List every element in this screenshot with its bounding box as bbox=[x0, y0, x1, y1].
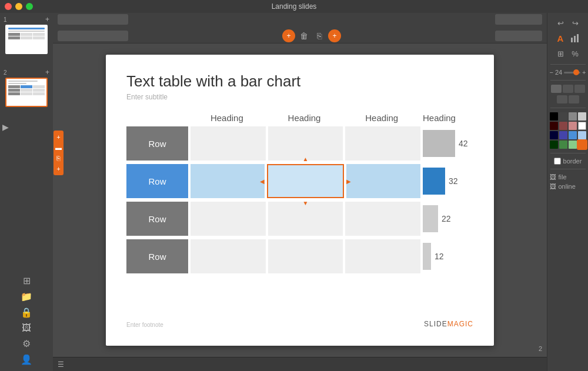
file-row: 🖼 file bbox=[550, 173, 586, 181]
add-slide-2-icon[interactable]: + bbox=[45, 68, 49, 76]
table-cell-3-1 bbox=[191, 202, 266, 236]
close-button[interactable] bbox=[5, 3, 12, 10]
color-swatch-paleblue[interactable] bbox=[578, 131, 586, 139]
table-cell-1-1 bbox=[191, 126, 266, 161]
bar-rect-2 bbox=[423, 168, 445, 195]
tool-row-1: A bbox=[554, 32, 582, 45]
color-swatch-red[interactable] bbox=[559, 122, 567, 130]
table-row-label-2[interactable]: Row bbox=[126, 164, 188, 198]
border-label: border bbox=[563, 158, 582, 165]
slide-brand: SLIDEMAGIC bbox=[424, 320, 473, 328]
table-col-header-2: Heading bbox=[266, 113, 343, 123]
font-size-slider-thumb bbox=[573, 69, 579, 75]
table-cell-2-1 bbox=[191, 164, 265, 198]
align-top-button[interactable] bbox=[557, 95, 567, 103]
text-tool-button[interactable]: A bbox=[554, 32, 567, 45]
toolbar-duplicate-button[interactable]: ⎘ bbox=[313, 29, 326, 42]
font-size-decrease[interactable]: − bbox=[550, 69, 553, 76]
table-cell-3-2 bbox=[268, 202, 343, 236]
slide-1-container: 1 + bbox=[3, 15, 50, 54]
table-row-2: Row ◀ ▶ 32 bbox=[126, 164, 473, 198]
align-bottom-button[interactable] bbox=[569, 95, 579, 103]
content-area: + 🗑 ⎘ + Text table with a bar chart Ente… bbox=[53, 13, 547, 371]
table-header-row: Heading Heading Heading Heading bbox=[126, 113, 473, 123]
color-swatch-darkblue[interactable] bbox=[550, 131, 558, 139]
toolbar-add-right-button[interactable]: + bbox=[328, 29, 341, 42]
sidebar-user-icon[interactable]: 👤 bbox=[21, 354, 32, 365]
table-row-4: Row 12 bbox=[126, 239, 473, 273]
add-slide-1-icon[interactable]: + bbox=[45, 15, 49, 24]
color-swatch-orange[interactable] bbox=[578, 141, 586, 149]
align-left-button[interactable] bbox=[551, 85, 562, 93]
table-row-label-4[interactable]: Row bbox=[126, 239, 188, 273]
sidebar-settings-icon[interactable]: ⚙ bbox=[22, 338, 31, 349]
table-cell-4-2 bbox=[268, 239, 343, 273]
slide-1-thumbnail[interactable] bbox=[5, 25, 48, 54]
table-row-label-3[interactable]: Row bbox=[126, 202, 188, 236]
table-row-label-1[interactable]: Row bbox=[126, 126, 188, 161]
color-swatch-white[interactable] bbox=[578, 122, 586, 130]
color-swatch-lightred[interactable] bbox=[569, 122, 577, 130]
table-bar-cell-1: 42 bbox=[420, 126, 473, 161]
color-swatch-black[interactable] bbox=[550, 112, 558, 121]
chart-tool-button[interactable] bbox=[569, 32, 582, 45]
grid-tool-button[interactable]: ⊞ bbox=[554, 47, 567, 60]
sidebar-lock-icon[interactable]: 🔒 bbox=[21, 307, 32, 318]
cell-arrow-right-icon: ▶ bbox=[346, 178, 351, 185]
align-right-button[interactable] bbox=[574, 85, 585, 93]
sidebar-folder-icon[interactable]: 📁 bbox=[21, 291, 32, 302]
toolbar-add-button[interactable]: + bbox=[282, 29, 295, 42]
redo-button[interactable]: ↪ bbox=[569, 16, 582, 29]
font-size-row: − 24 + bbox=[550, 69, 586, 76]
slide-subtitle[interactable]: Enter subtitle bbox=[126, 93, 473, 101]
table-col-header-4: Heading bbox=[420, 113, 473, 123]
color-swatch-gray[interactable] bbox=[569, 112, 577, 121]
sidebar-image-icon[interactable]: 🖼 bbox=[22, 323, 31, 333]
toolbar-segment-1 bbox=[58, 14, 128, 25]
bar-value-4: 12 bbox=[435, 252, 444, 261]
color-swatch-darkgreen[interactable] bbox=[550, 141, 558, 149]
font-size-slider[interactable] bbox=[564, 72, 580, 73]
color-swatch-lightblue[interactable] bbox=[569, 131, 577, 139]
slide-footnote[interactable]: Enter footnote bbox=[126, 322, 163, 328]
maximize-button[interactable] bbox=[26, 3, 33, 10]
minimize-button[interactable] bbox=[15, 3, 22, 10]
color-swatch-lightgreen[interactable] bbox=[569, 141, 577, 149]
app-title: Landing slides bbox=[272, 2, 317, 11]
table-col-header-1: Heading bbox=[188, 113, 266, 123]
play-button[interactable]: ▶ bbox=[2, 122, 9, 132]
data-table: Heading Heading Heading Heading Row 4 bbox=[126, 113, 473, 315]
rp-divider-4 bbox=[550, 153, 586, 153]
color-swatch-blue[interactable] bbox=[559, 131, 567, 139]
font-size-increase[interactable]: + bbox=[582, 69, 586, 76]
bottom-list-icon[interactable]: ☰ bbox=[58, 360, 64, 369]
align-row-2 bbox=[557, 95, 579, 103]
table-cell-4-1 bbox=[191, 239, 266, 273]
slide-2-num-row: 2 + bbox=[4, 68, 49, 76]
table-row-label-header bbox=[126, 113, 188, 123]
percent-tool-button[interactable]: % bbox=[569, 47, 582, 60]
color-swatch-green[interactable] bbox=[559, 141, 567, 149]
align-center-button[interactable] bbox=[563, 85, 573, 93]
border-checkbox[interactable] bbox=[554, 158, 561, 165]
slide-canvas: Text table with a bar chart Enter subtit… bbox=[106, 55, 494, 346]
online-label[interactable]: online bbox=[559, 183, 576, 190]
online-icon: 🖼 bbox=[550, 183, 556, 190]
table-cell-2-2-selected[interactable]: ◀ ▶ bbox=[267, 164, 343, 198]
slide-2-number: 2 bbox=[4, 69, 7, 76]
bar-value-3: 22 bbox=[442, 214, 451, 223]
toolbar-delete-button[interactable]: 🗑 bbox=[298, 29, 310, 42]
toolbar-segment-4 bbox=[495, 31, 542, 41]
color-swatch-lightgray[interactable] bbox=[578, 112, 586, 121]
color-swatch-darkgray[interactable] bbox=[559, 112, 567, 121]
slide-1-number: 1 bbox=[4, 16, 7, 23]
table-row-3: Row 22 bbox=[126, 202, 473, 236]
sidebar-layers-icon[interactable]: ⊞ bbox=[23, 275, 31, 286]
slide-2-thumbnail[interactable] bbox=[5, 78, 48, 107]
svg-rect-1 bbox=[574, 36, 576, 42]
color-swatch-darkred[interactable] bbox=[550, 122, 558, 130]
file-label[interactable]: file bbox=[559, 173, 567, 181]
undo-button[interactable]: ↩ bbox=[554, 16, 567, 29]
slide-title[interactable]: Text table with a bar chart bbox=[126, 72, 473, 91]
undo-redo-row: ↩ ↪ bbox=[554, 16, 582, 29]
